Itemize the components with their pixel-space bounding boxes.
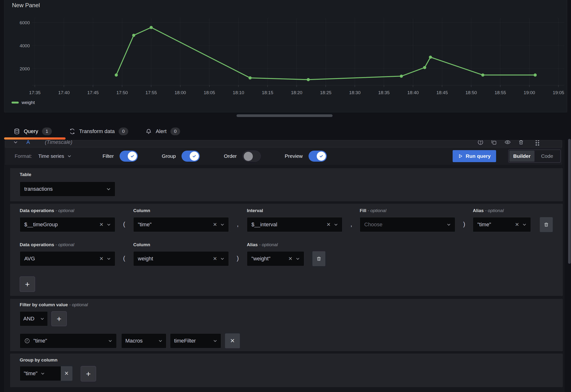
column-label: Column bbox=[133, 208, 150, 213]
svg-text:18:15: 18:15 bbox=[262, 90, 273, 95]
tab-alert[interactable]: Alert 0 bbox=[145, 128, 180, 135]
tab-transform-data[interactable]: Transform data 0 bbox=[69, 128, 128, 135]
preview-toggle[interactable] bbox=[309, 151, 327, 162]
svg-text:18:00: 18:00 bbox=[174, 90, 186, 95]
chevron-down-icon bbox=[334, 223, 338, 227]
data-operations-select[interactable]: $__timeGroup ✕ bbox=[20, 217, 115, 232]
svg-text:17:40: 17:40 bbox=[58, 90, 70, 95]
column-select[interactable]: weight ✕ bbox=[133, 251, 229, 266]
filter-toggle[interactable] bbox=[120, 151, 138, 162]
svg-text:17:35: 17:35 bbox=[29, 90, 41, 95]
table-label: Table bbox=[20, 172, 31, 177]
remove-filter-button[interactable]: ✕ bbox=[225, 334, 240, 348]
filter-macro-select[interactable]: timeFilter bbox=[170, 334, 221, 348]
svg-text:18:35: 18:35 bbox=[378, 90, 390, 95]
code-mode-button[interactable]: Code bbox=[534, 151, 560, 162]
clear-icon[interactable]: ✕ bbox=[99, 222, 103, 228]
svg-text:18:30: 18:30 bbox=[349, 90, 361, 95]
filter-macros-select[interactable]: Macros bbox=[121, 334, 166, 348]
chevron-down-icon bbox=[107, 257, 111, 261]
tab-transform-count: 0 bbox=[119, 128, 128, 135]
help-icon[interactable] bbox=[477, 140, 484, 145]
legend-item-weight[interactable]: weight bbox=[12, 100, 35, 105]
chevron-down-icon bbox=[523, 223, 526, 227]
group-by-label: Group by column bbox=[20, 357, 57, 363]
remove-row-button[interactable] bbox=[540, 217, 553, 232]
clear-icon[interactable]: ✕ bbox=[515, 222, 519, 228]
tab-query[interactable]: Query 1 bbox=[14, 128, 52, 135]
datasource-hint: (Timescale) bbox=[45, 140, 72, 145]
data-operations-select[interactable]: AVG ✕ bbox=[20, 251, 115, 266]
interval-select[interactable]: $__interval ✕ bbox=[247, 217, 343, 232]
chart-panel: 17:3517:4017:4517:5017:5518:0018:0518:10… bbox=[4, 0, 567, 112]
svg-text:17:45: 17:45 bbox=[87, 90, 99, 95]
fill-label: Fill - optional bbox=[360, 208, 386, 213]
chevron-down-icon bbox=[68, 154, 71, 158]
svg-text:18:20: 18:20 bbox=[291, 90, 302, 95]
clear-icon[interactable]: ✕ bbox=[326, 222, 331, 228]
svg-text:18:50: 18:50 bbox=[466, 90, 477, 95]
builder-mode-button[interactable]: Builder bbox=[509, 151, 534, 162]
filter-section: Filter by column value - optional AND + … bbox=[10, 299, 563, 351]
alias-select[interactable]: "weight" ✕ bbox=[247, 251, 304, 266]
check-icon bbox=[319, 154, 324, 159]
svg-text:6000: 6000 bbox=[20, 20, 30, 25]
alias-select[interactable]: "time" ✕ bbox=[473, 217, 531, 232]
query-row-header[interactable]: A (Timescale) bbox=[5, 140, 562, 147]
drag-handle-icon[interactable] bbox=[534, 140, 540, 145]
clear-icon[interactable]: ✕ bbox=[288, 256, 292, 261]
add-filter-button[interactable]: + bbox=[51, 311, 67, 326]
add-column-button[interactable]: + bbox=[20, 276, 35, 292]
svg-text:18:45: 18:45 bbox=[436, 90, 448, 95]
run-query-button[interactable]: Run query bbox=[453, 150, 496, 162]
column-select[interactable]: "time" ✕ bbox=[133, 217, 229, 232]
time-series-chart[interactable]: 17:3517:4017:4517:5017:5518:0018:0518:10… bbox=[4, 0, 567, 112]
svg-text:18:40: 18:40 bbox=[407, 90, 419, 95]
filter-column-select[interactable]: "time" bbox=[20, 334, 117, 348]
add-group-by-button[interactable]: + bbox=[81, 366, 96, 381]
group-by-column-select[interactable]: "time" bbox=[20, 366, 61, 381]
legend-label: weight bbox=[22, 100, 35, 105]
group-toggle[interactable] bbox=[182, 151, 200, 162]
duplicate-icon[interactable] bbox=[491, 140, 497, 145]
order-toggle-label: Order bbox=[224, 153, 237, 159]
clear-icon[interactable]: ✕ bbox=[99, 256, 103, 261]
svg-text:19:05: 19:05 bbox=[553, 90, 564, 95]
order-toggle[interactable] bbox=[243, 151, 261, 162]
filter-toggle-label: Filter bbox=[102, 153, 114, 159]
trash-icon bbox=[316, 256, 322, 261]
clock-icon bbox=[24, 338, 30, 344]
horizontal-scrollbar-thumb[interactable] bbox=[237, 114, 333, 117]
editor-tab-bar: Query 1 Transform data 0 Alert 0 bbox=[4, 124, 180, 138]
remove-group-by-button[interactable]: ✕ bbox=[61, 366, 72, 381]
chevron-down-icon bbox=[106, 187, 111, 191]
panel-title[interactable]: New Panel bbox=[12, 2, 40, 9]
check-icon bbox=[192, 154, 197, 159]
data-operations-label: Data operations - optional bbox=[20, 208, 74, 213]
play-icon bbox=[458, 154, 463, 159]
interval-label: Interval bbox=[247, 208, 263, 213]
fill-select[interactable]: Choose bbox=[360, 217, 455, 232]
chevron-down-icon[interactable] bbox=[14, 140, 18, 144]
filter-by-column-label: Filter by column value - optional bbox=[20, 302, 88, 307]
eye-icon[interactable] bbox=[504, 140, 511, 145]
clear-icon[interactable]: ✕ bbox=[213, 256, 217, 261]
trash-icon[interactable] bbox=[518, 140, 524, 145]
clear-icon[interactable]: ✕ bbox=[213, 222, 217, 228]
format-select[interactable]: Time series bbox=[38, 153, 71, 159]
group-by-section: Group by column "time" ✕ + bbox=[10, 354, 563, 387]
table-section: Table transactions bbox=[10, 168, 563, 201]
chevron-down-icon bbox=[40, 317, 44, 321]
filter-operator-select[interactable]: AND bbox=[20, 311, 48, 326]
tab-transform-label: Transform data bbox=[79, 128, 115, 134]
comma: , bbox=[343, 220, 360, 228]
tab-alert-label: Alert bbox=[156, 128, 166, 134]
column-label: Column bbox=[133, 242, 150, 247]
table-select[interactable]: transactions bbox=[20, 182, 115, 196]
open-paren: ( bbox=[115, 255, 133, 262]
vertical-scrollbar-thumb[interactable] bbox=[568, 139, 571, 264]
remove-row-button[interactable] bbox=[312, 251, 325, 266]
close-paren: ) bbox=[229, 255, 247, 262]
svg-text:17:55: 17:55 bbox=[145, 90, 157, 95]
chevron-down-icon bbox=[41, 372, 45, 376]
